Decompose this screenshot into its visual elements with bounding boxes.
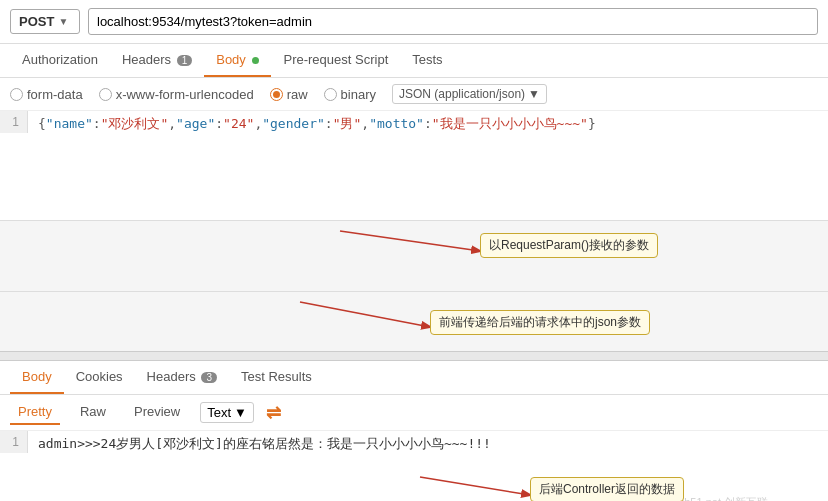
resp-format-selector[interactable]: Text ▼ [200, 402, 254, 423]
annotation-top: 以RequestParam()接收的参数 [480, 233, 658, 258]
tab-prerequest[interactable]: Pre-request Script [271, 44, 400, 77]
body-active-dot [252, 57, 259, 64]
svg-line-4 [300, 302, 430, 327]
code-content-1: {"name":"邓沙利文","age":"24","gender":"男","… [28, 111, 828, 137]
tab-tests[interactable]: Tests [400, 44, 454, 77]
svg-line-6 [420, 477, 530, 495]
section-divider [0, 351, 828, 361]
resp-opt-pretty[interactable]: Pretty [10, 400, 60, 425]
mid-annotation-area: 前端传递给后端的请求体中的json参数 [0, 291, 828, 351]
request-code-editor[interactable]: 1 {"name":"邓沙利文","age":"24","gender":"男"… [0, 111, 828, 221]
resp-opt-preview[interactable]: Preview [126, 400, 188, 425]
lower-panel: Body Cookies Headers 3 Test Results Pret… [0, 361, 828, 501]
format-selector[interactable]: JSON (application/json) ▼ [392, 84, 547, 104]
binary-option[interactable]: binary [324, 87, 376, 102]
mid-arrow-svg [0, 292, 828, 352]
upper-panel: POST ▼ Authorization Headers 1 Body Pre-… [0, 0, 828, 291]
resp-format-arrow-icon: ▼ [234, 405, 247, 420]
svg-line-0 [340, 231, 480, 251]
top-annotation-area: 以RequestParam()接收的参数 [0, 221, 828, 291]
resp-opt-raw[interactable]: Raw [72, 400, 114, 425]
resp-line-number-1: 1 [0, 431, 28, 453]
tab-authorization[interactable]: Authorization [10, 44, 110, 77]
headers-badge: 1 [177, 55, 193, 66]
top-arrow-svg [0, 221, 828, 291]
format-arrow-icon: ▼ [528, 87, 540, 101]
tab-headers[interactable]: Headers 1 [110, 44, 204, 77]
response-tabs-row: Body Cookies Headers 3 Test Results [0, 361, 828, 395]
response-code-area[interactable]: 1 admin>>>24岁男人[邓沙利文]的座右铭居然是：我是一只小小小小鸟~~… [0, 431, 828, 501]
wrap-icon[interactable]: ⇌ [266, 402, 281, 424]
tab-body[interactable]: Body [204, 44, 271, 77]
resp-tab-headers[interactable]: Headers 3 [135, 361, 229, 394]
response-body-options: Pretty Raw Preview Text ▼ ⇌ [0, 395, 828, 431]
method-selector[interactable]: POST ▼ [10, 9, 80, 34]
form-data-radio[interactable] [10, 88, 23, 101]
annotation-bottom: 后端Controller返回的数据 [530, 477, 684, 501]
raw-radio[interactable] [270, 88, 283, 101]
binary-radio[interactable] [324, 88, 337, 101]
annotation-mid: 前端传递给后端的请求体中的json参数 [430, 310, 650, 335]
method-arrow-icon: ▼ [58, 16, 68, 27]
urlencoded-radio[interactable] [99, 88, 112, 101]
request-bar: POST ▼ [0, 0, 828, 44]
resp-tab-body[interactable]: Body [10, 361, 64, 394]
main-container: POST ▼ Authorization Headers 1 Body Pre-… [0, 0, 828, 501]
urlencoded-option[interactable]: x-www-form-urlencoded [99, 87, 254, 102]
resp-code-line-1: 1 admin>>>24岁男人[邓沙利文]的座右铭居然是：我是一只小小小小鸟~~… [0, 431, 828, 457]
resp-headers-badge: 3 [201, 372, 217, 383]
url-input[interactable] [88, 8, 818, 35]
form-data-option[interactable]: form-data [10, 87, 83, 102]
request-tabs-row: Authorization Headers 1 Body Pre-request… [0, 44, 828, 78]
body-options: form-data x-www-form-urlencoded raw bina… [0, 78, 828, 111]
raw-option[interactable]: raw [270, 87, 308, 102]
code-line-1: 1 {"name":"邓沙利文","age":"24","gender":"男"… [0, 111, 828, 137]
line-number-1: 1 [0, 111, 28, 133]
resp-tab-cookies[interactable]: Cookies [64, 361, 135, 394]
resp-code-content-1: admin>>>24岁男人[邓沙利文]的座右铭居然是：我是一只小小小小鸟~~~!… [28, 431, 828, 457]
method-label: POST [19, 14, 54, 29]
resp-tab-test-results[interactable]: Test Results [229, 361, 324, 394]
